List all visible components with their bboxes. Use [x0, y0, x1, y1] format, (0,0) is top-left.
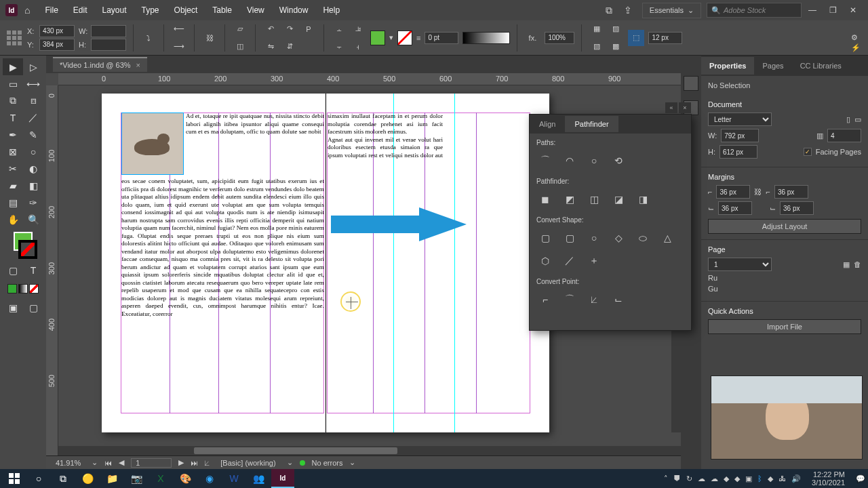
gradient-feather[interactable]: ◧	[23, 177, 43, 194]
next-page-icon[interactable]: ▶	[178, 458, 184, 467]
margin-out[interactable]	[780, 201, 814, 215]
import-file-button[interactable]: Import File	[708, 319, 861, 334]
note-tool[interactable]: ▤	[3, 194, 23, 211]
scroll-thumb[interactable]	[194, 447, 397, 454]
last-page-icon[interactable]: ⏭	[191, 459, 198, 467]
minus-back-icon[interactable]: ◨	[634, 190, 652, 208]
content-placer[interactable]: ⧈	[23, 92, 43, 109]
chevron-down-icon[interactable]: ⌄	[92, 458, 98, 467]
tray-app-icon[interactable]: ◆	[768, 474, 773, 483]
first-page-icon[interactable]: ⏮	[104, 459, 112, 467]
stroke-color[interactable]	[18, 240, 37, 259]
stroke-swatch[interactable]	[397, 30, 412, 45]
convert-triangle-icon[interactable]: △	[658, 229, 676, 247]
prev-page-icon[interactable]: ◀	[119, 458, 124, 467]
page-preset[interactable]: Letter	[708, 113, 772, 126]
tray-app-icon[interactable]: ▣	[745, 474, 752, 483]
zoom-tool[interactable]: 🔍	[23, 211, 43, 228]
symmetrical-point-icon[interactable]: ⟀	[585, 291, 603, 308]
preflight-profile[interactable]: [Basic] (working)	[216, 459, 279, 467]
scrollbar-horizontal[interactable]	[58, 446, 681, 455]
flip-h-icon[interactable]: ⇋	[262, 39, 279, 55]
menu-object[interactable]: Object	[167, 1, 205, 19]
cortana-icon[interactable]: ○	[27, 469, 50, 488]
tray-volume-icon[interactable]: 🔊	[791, 474, 801, 483]
intersect-icon[interactable]: ◫	[585, 190, 603, 208]
menu-type[interactable]: Type	[135, 1, 166, 19]
tray-bluetooth-icon[interactable]: ᛒ	[757, 474, 762, 483]
screen-icon[interactable]: ⧉	[600, 1, 618, 19]
swatch-arrow[interactable]: ▾	[389, 33, 393, 42]
wrap4-icon[interactable]: ▩	[608, 39, 624, 55]
align-top-icon[interactable]: ⫠	[331, 21, 347, 37]
corner-options-icon[interactable]: ⬚	[628, 30, 644, 46]
paint-icon[interactable]: 🎨	[174, 469, 197, 488]
redo-icon[interactable]: ↷	[281, 21, 298, 37]
close-path-icon[interactable]: ○	[585, 152, 603, 169]
ruler-vertical[interactable]: 0 100 200 300 400 500	[46, 85, 58, 455]
panel-collapse-icon[interactable]: «	[665, 102, 677, 113]
align-bot-icon[interactable]: ⫟	[331, 39, 347, 55]
notifications-icon[interactable]: 💬	[856, 474, 865, 483]
convert-rounded-icon[interactable]: ▢	[561, 229, 578, 247]
content-collector[interactable]: ⧉	[3, 92, 23, 109]
tray-app-icon[interactable]: ◆	[734, 474, 740, 483]
menu-view[interactable]: View	[240, 1, 271, 19]
menu-file[interactable]: File	[38, 1, 64, 19]
tray-shield-icon[interactable]: ⛊	[673, 474, 681, 483]
link-icon[interactable]: ⛓	[754, 188, 762, 196]
margin-in[interactable]	[774, 185, 808, 199]
facing-checkbox[interactable]: ✓	[804, 148, 812, 156]
minimize-button[interactable]: —	[803, 3, 822, 17]
page-tool[interactable]: ▭	[3, 75, 23, 92]
chrome-icon[interactable]: 🟡	[76, 469, 99, 488]
portrait-icon[interactable]: ▯	[846, 115, 850, 124]
y-field[interactable]	[39, 39, 75, 51]
text-frame[interactable]: simaxim inullaut faceptam in et perum do…	[328, 113, 443, 160]
menu-table[interactable]: Table	[205, 1, 239, 19]
menu-layout[interactable]: Layout	[96, 1, 134, 19]
convert-rect-icon[interactable]: ▢	[536, 229, 554, 247]
plain-point-icon[interactable]: ⌙	[610, 291, 627, 308]
align-mid-icon[interactable]: ⫡	[350, 21, 366, 37]
delete-page-icon[interactable]: 🗑	[854, 260, 861, 268]
explorer-icon[interactable]: 📁	[100, 469, 123, 488]
w-field[interactable]	[91, 25, 126, 37]
cyan-guide-b[interactable]	[454, 94, 455, 432]
h-field[interactable]	[91, 39, 126, 51]
doc-width[interactable]	[721, 129, 759, 142]
tab-properties[interactable]: Properties	[701, 57, 754, 75]
stroke-weight[interactable]	[425, 32, 458, 44]
start-button[interactable]	[3, 469, 26, 488]
exclude-icon[interactable]: ◪	[610, 190, 627, 208]
tray-network-icon[interactable]: 🖧	[778, 474, 786, 483]
indesign-icon[interactable]: Id	[271, 469, 294, 488]
convert-beveled-icon[interactable]: ○	[585, 229, 603, 247]
ellipse-tool[interactable]: ○	[23, 143, 43, 160]
gap-tool[interactable]: ⟷	[23, 75, 43, 92]
tray-onedrive-icon[interactable]: ☁	[711, 474, 718, 483]
corner-size[interactable]	[648, 32, 682, 44]
convert-line-icon[interactable]: ／	[561, 252, 578, 270]
rect-frame-tool[interactable]: ⊠	[3, 143, 23, 160]
scissors-tool[interactable]: ✂	[3, 160, 23, 177]
gradient-swatch[interactable]	[462, 32, 510, 44]
preflight-errors[interactable]: No errors	[312, 459, 343, 467]
teams-icon[interactable]: 👥	[247, 469, 270, 488]
wrap2-icon[interactable]: ▨	[608, 21, 624, 37]
page-field[interactable]: 1	[131, 458, 172, 468]
menu-edit[interactable]: Edit	[66, 1, 94, 19]
document-tab[interactable]: *Video 1.indd @ 63%×	[53, 57, 147, 72]
spread[interactable]: Ad et, totaque re ipit quatquae nus, nis…	[102, 94, 549, 432]
format-text[interactable]: T	[23, 262, 43, 279]
pages-count[interactable]	[827, 129, 861, 142]
wrap1-icon[interactable]: ▦	[589, 21, 605, 37]
panel-close-icon[interactable]: ×	[679, 102, 691, 113]
tab-pages[interactable]: Pages	[754, 57, 791, 75]
pathfinder-panel[interactable]: «× Align Pathfinder Paths: ⌒ ◠ ○ ⟲ Pathf…	[529, 114, 692, 331]
view-mode-normal[interactable]: ▣	[3, 299, 23, 316]
convert-ellipse-icon[interactable]: ⬭	[634, 229, 652, 247]
excel-icon[interactable]: X	[149, 469, 172, 488]
bolt-icon[interactable]: ⚡	[848, 39, 864, 56]
eyedropper-tool[interactable]: ✑	[23, 194, 43, 211]
